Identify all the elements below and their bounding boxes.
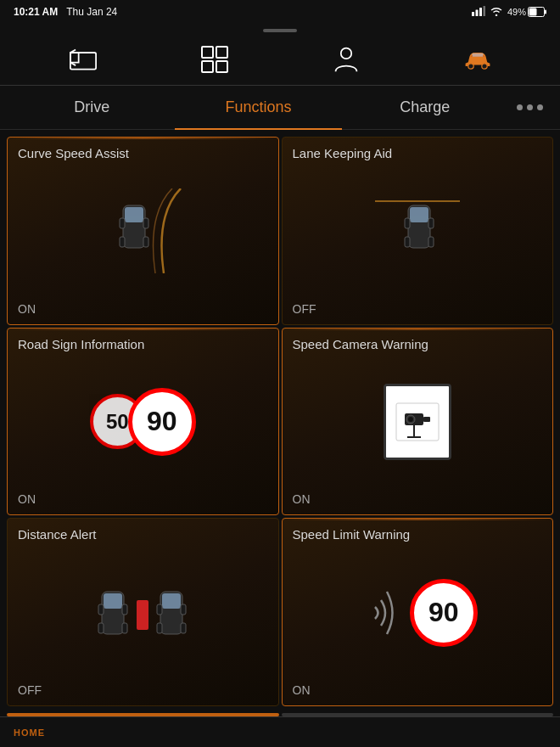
svg-rect-29: [428, 218, 434, 228]
svg-rect-1: [475, 10, 478, 17]
svg-rect-18: [472, 53, 483, 57]
slw-status: ON: [293, 683, 543, 697]
tab-charge[interactable]: Charge: [342, 87, 508, 128]
svg-rect-14: [216, 61, 227, 72]
svg-rect-21: [120, 218, 125, 228]
tab-bar: Drive Functions Charge: [0, 86, 560, 130]
svg-rect-43: [98, 623, 104, 633]
svg-rect-11: [202, 47, 213, 58]
features-grid: Curve Speed Assist: [0, 130, 560, 713]
lka-visual: [293, 160, 543, 302]
rsi-title: Road Sign Information: [18, 337, 268, 351]
svg-point-17: [481, 64, 486, 69]
svg-rect-2: [479, 8, 482, 16]
svg-rect-7: [70, 53, 95, 70]
card-lane-keeping-aid[interactable]: Lane Keeping Aid OFF: [282, 137, 554, 325]
status-icons: 49%: [472, 6, 546, 18]
svg-marker-8: [70, 53, 78, 63]
dot-3: [537, 104, 543, 110]
svg-point-15: [340, 48, 350, 59]
scw-title: Speed Camera Warning: [293, 337, 543, 351]
slw-sign: 90: [410, 579, 478, 647]
home-label: HOME: [14, 727, 45, 738]
icon-nav-bar: [0, 34, 560, 86]
svg-rect-44: [122, 623, 127, 633]
svg-rect-0: [472, 12, 474, 16]
svg-rect-3: [483, 6, 485, 16]
tab-drive[interactable]: Drive: [8, 87, 175, 128]
svg-rect-23: [120, 237, 125, 247]
scw-status: ON: [293, 492, 543, 506]
svg-rect-51: [181, 623, 186, 633]
slw-title: Speed Limit Warning: [293, 527, 543, 542]
svg-rect-28: [405, 218, 410, 228]
status-bar: 10:21 AM Thu Jan 24 49%: [0, 0, 560, 24]
lka-status: OFF: [293, 302, 543, 316]
nav-pill: [263, 29, 297, 32]
csa-status: ON: [18, 302, 268, 316]
svg-rect-47: [162, 593, 181, 609]
svg-rect-34: [423, 417, 430, 422]
svg-rect-5: [545, 10, 546, 14]
card-speed-limit-warning[interactable]: Speed Limit Warning 90 ON: [282, 518, 554, 706]
svg-rect-12: [216, 47, 227, 58]
svg-rect-31: [428, 237, 434, 247]
svg-rect-22: [143, 218, 148, 228]
svg-rect-30: [405, 237, 410, 247]
svg-rect-13: [202, 61, 213, 72]
status-date: Thu Jan 24: [66, 6, 117, 18]
svg-rect-41: [98, 604, 104, 615]
rsi-status: ON: [18, 492, 268, 506]
tab-functions[interactable]: Functions: [175, 87, 341, 130]
da-title: Distance Alert: [18, 527, 268, 542]
dot-1: [517, 104, 523, 110]
car-nav-icon[interactable]: [461, 42, 495, 76]
bottom-bar: HOME: [0, 716, 560, 747]
svg-rect-48: [157, 604, 162, 615]
svg-rect-24: [143, 237, 148, 247]
scw-visual: [293, 351, 543, 493]
svg-rect-45: [137, 600, 148, 630]
csa-visual: [18, 160, 268, 302]
card-distance-alert[interactable]: Distance Alert: [7, 518, 279, 706]
rsi-visual: 50 90: [18, 351, 268, 493]
dot-2: [527, 104, 533, 110]
csa-title: Curve Speed Assist: [18, 146, 268, 160]
nav-indicator: [0, 24, 560, 34]
card-speed-camera-warning[interactable]: Speed Camera Warning: [282, 328, 554, 516]
svg-rect-50: [157, 623, 162, 633]
svg-point-16: [468, 64, 473, 69]
svg-rect-40: [104, 593, 122, 609]
wifi-icon: [490, 6, 503, 18]
tab-more-dots[interactable]: [508, 104, 552, 110]
rsi-sign-90: 90: [128, 388, 196, 456]
svg-rect-49: [181, 604, 186, 615]
svg-point-36: [408, 417, 413, 422]
camera-sign: [384, 384, 451, 460]
da-status: OFF: [18, 683, 268, 697]
svg-rect-6: [529, 8, 537, 16]
svg-rect-27: [410, 207, 428, 222]
profile-nav-icon[interactable]: [329, 42, 363, 76]
card-road-sign-information[interactable]: Road Sign Information 50 90 ON: [7, 328, 279, 516]
grid-nav-icon[interactable]: [198, 42, 232, 76]
lka-title: Lane Keeping Aid: [293, 146, 543, 160]
signal-icon: [472, 6, 485, 18]
camera-nav-icon[interactable]: [66, 42, 100, 76]
battery-icon: 49%: [507, 7, 546, 17]
svg-rect-20: [125, 207, 143, 222]
svg-rect-42: [122, 604, 127, 615]
card-curve-speed-assist[interactable]: Curve Speed Assist: [7, 137, 279, 325]
slw-visual: 90: [293, 542, 543, 683]
da-visual: [18, 542, 268, 683]
status-time: 10:21 AM: [14, 6, 58, 18]
